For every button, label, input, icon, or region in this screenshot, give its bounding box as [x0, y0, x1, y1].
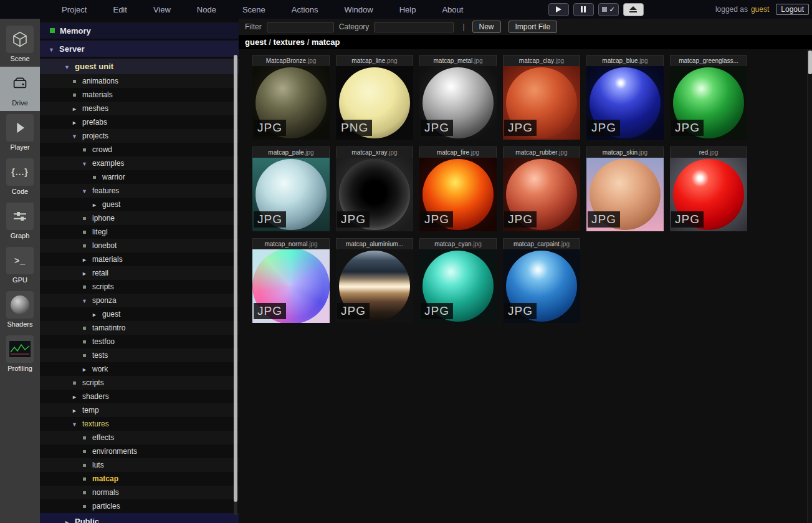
- triangle-right-icon[interactable]: [71, 118, 78, 127]
- tree-item-textures[interactable]: textures: [40, 417, 239, 431]
- file-card[interactable]: matcap_line.pngPNG: [336, 55, 413, 140]
- tree-item-tests[interactable]: tests: [40, 348, 239, 362]
- sidebar-item-drive[interactable]: Drive: [0, 67, 40, 111]
- tree-item-warrior[interactable]: warrior: [40, 170, 239, 184]
- tree-item-prefabs[interactable]: prefabs: [40, 115, 239, 129]
- triangle-right-icon[interactable]: [81, 365, 88, 373]
- tree-item-temp[interactable]: temp: [40, 403, 239, 417]
- triangle-right-icon[interactable]: [71, 104, 78, 113]
- filter-input[interactable]: [267, 22, 334, 32]
- tree-item-environments[interactable]: environments: [40, 444, 239, 458]
- tree-item-projects[interactable]: projects: [40, 129, 239, 143]
- tree-item-meshes[interactable]: meshes: [40, 102, 239, 115]
- file-card[interactable]: matcap_carpaint.jpgJPG: [503, 238, 580, 323]
- new-button[interactable]: New: [472, 21, 501, 33]
- sidebar-item-gpu[interactable]: >_GPU: [0, 244, 40, 288]
- tree-item-work[interactable]: work: [40, 362, 239, 376]
- menu-view[interactable]: View: [140, 5, 184, 14]
- tree-item-scripts[interactable]: scripts: [40, 280, 239, 294]
- eject-button[interactable]: [623, 3, 644, 16]
- triangle-right-icon[interactable]: [64, 517, 70, 523]
- file-card[interactable]: matcap_greenglass...JPG: [670, 55, 747, 140]
- menu-project[interactable]: Project: [49, 5, 100, 14]
- file-card[interactable]: matcap_rubber.jpgJPG: [503, 146, 580, 231]
- sidebar-item-player[interactable]: Player: [0, 111, 40, 155]
- tree-item-luts[interactable]: luts: [40, 458, 239, 472]
- breadcrumb-segment[interactable]: textures: [274, 37, 305, 47]
- tree-item-litegl[interactable]: litegl: [40, 225, 239, 239]
- triangle-down-icon[interactable]: [81, 186, 88, 195]
- file-card[interactable]: red.jpgJPG: [670, 146, 747, 231]
- triangle-down-icon[interactable]: [64, 62, 70, 71]
- menu-actions[interactable]: Actions: [279, 5, 332, 14]
- triangle-down-icon[interactable]: [81, 296, 88, 305]
- tree-item-particles[interactable]: particles: [40, 499, 239, 513]
- tree-item-retail[interactable]: retail: [40, 266, 239, 280]
- menu-help[interactable]: Help: [386, 5, 429, 14]
- tree-item-animations[interactable]: animations: [40, 74, 239, 88]
- tree-scrollbar[interactable]: [234, 55, 237, 516]
- tree-item-materials[interactable]: materials: [40, 252, 239, 266]
- file-card[interactable]: matcap_fire.jpgJPG: [419, 146, 497, 231]
- pause-button[interactable]: [573, 3, 594, 16]
- logout-button[interactable]: Logout: [776, 4, 809, 15]
- sidebar-item-shaders[interactable]: Shaders: [0, 288, 40, 332]
- category-input[interactable]: [374, 22, 454, 32]
- menu-edit[interactable]: Edit: [100, 5, 140, 14]
- breadcrumb-segment[interactable]: matcap: [312, 37, 340, 47]
- menu-node[interactable]: Node: [184, 5, 229, 14]
- tree-item-effects[interactable]: effects: [40, 431, 239, 444]
- tree-item-matcap[interactable]: matcap: [40, 472, 239, 486]
- menu-about[interactable]: About: [429, 5, 476, 14]
- breadcrumb-segment[interactable]: guest: [245, 37, 267, 47]
- tree-item-tamatintro[interactable]: tamatintro: [40, 321, 239, 335]
- tree-item-iphone[interactable]: iphone: [40, 211, 239, 225]
- tree-item-features[interactable]: features: [40, 184, 239, 198]
- tree-item-lonebot[interactable]: lonebot: [40, 239, 239, 252]
- tree-header-server[interactable]: Server: [40, 41, 239, 57]
- triangle-down-icon[interactable]: [71, 420, 78, 428]
- file-card[interactable]: MatcapBronze.jpgJPG: [252, 55, 330, 140]
- tree-item-scripts[interactable]: scripts: [40, 376, 239, 390]
- triangle-down-icon[interactable]: [48, 44, 55, 54]
- tree-item-testfoo[interactable]: testfoo: [40, 335, 239, 348]
- file-card[interactable]: matcap_xray.jpgJPG: [336, 146, 413, 231]
- file-card[interactable]: matcap_aluminium...JPG: [336, 238, 413, 323]
- tree-item-normals[interactable]: normals: [40, 486, 239, 499]
- main-scrollbar-thumb[interactable]: [808, 50, 812, 74]
- tree-item-guest[interactable]: guest: [40, 198, 239, 211]
- file-card[interactable]: matcap_skin.jpgJPG: [586, 146, 664, 231]
- triangle-down-icon[interactable]: [81, 159, 88, 168]
- triangle-right-icon[interactable]: [91, 310, 98, 319]
- triangle-right-icon[interactable]: [81, 269, 88, 277]
- sidebar-item-graph[interactable]: Graph: [0, 199, 40, 244]
- file-card[interactable]: matcap_normal.jpgJPG: [252, 238, 330, 323]
- tree-item-shaders[interactable]: shaders: [40, 390, 239, 403]
- tree-item-sponza[interactable]: sponza: [40, 294, 239, 307]
- file-card[interactable]: matcap_pale.jpgJPG: [252, 146, 330, 231]
- file-card[interactable]: matcap_cyan.jpgJPG: [419, 238, 497, 323]
- tree-item-crowd[interactable]: crowd: [40, 143, 239, 156]
- sidebar-item-scene[interactable]: Scene: [0, 22, 40, 67]
- triangle-right-icon[interactable]: [71, 406, 78, 415]
- tree-item-examples[interactable]: examples: [40, 156, 239, 170]
- tree-header-public[interactable]: Public: [40, 513, 239, 523]
- file-card[interactable]: matcap_blue.jpgJPG: [586, 55, 664, 140]
- sidebar-item-code[interactable]: {...}Code: [0, 155, 40, 199]
- tree-item-guest[interactable]: guest: [40, 307, 239, 321]
- triangle-right-icon[interactable]: [71, 392, 78, 401]
- menu-window[interactable]: Window: [331, 5, 386, 14]
- file-card[interactable]: matcap_metal.jpgJPG: [419, 55, 497, 140]
- tree-scrollbar-thumb[interactable]: [234, 55, 237, 502]
- play-button[interactable]: [548, 3, 569, 16]
- tree-header-memory[interactable]: Memory: [40, 22, 239, 39]
- import-file-button[interactable]: Import File: [509, 21, 558, 33]
- sidebar-item-profiling[interactable]: Profiling: [0, 332, 40, 377]
- file-card[interactable]: matcap_clay.jpgJPG: [503, 55, 580, 140]
- menu-scene[interactable]: Scene: [229, 5, 279, 14]
- triangle-right-icon[interactable]: [91, 200, 98, 209]
- check-button[interactable]: ✓: [598, 3, 619, 16]
- tree-header-guest-unit[interactable]: guest unit: [40, 59, 239, 74]
- tree-item-materials[interactable]: materials: [40, 88, 239, 102]
- main-scrollbar[interactable]: [807, 49, 812, 523]
